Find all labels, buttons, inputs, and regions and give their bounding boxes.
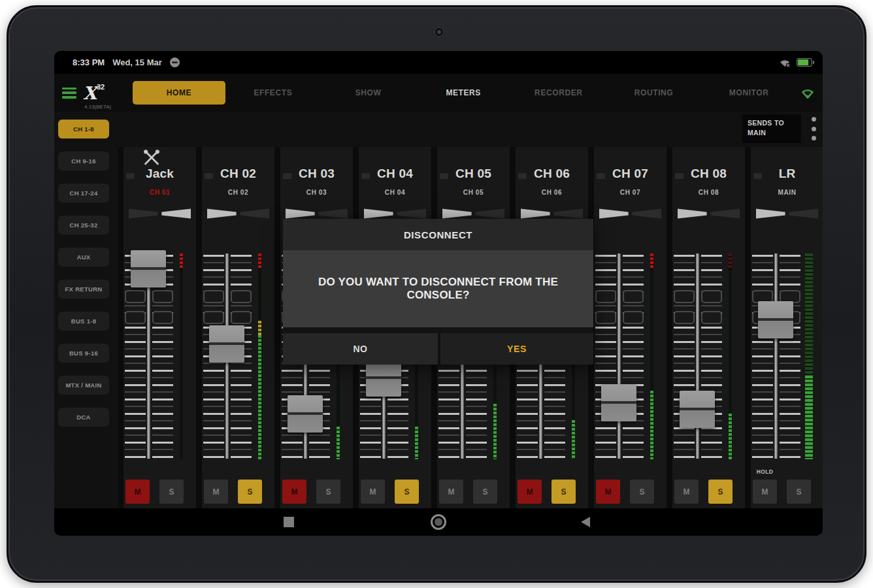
mute-button[interactable]: M <box>753 480 777 504</box>
unity-marker <box>701 290 722 303</box>
menu-icon[interactable] <box>62 88 76 99</box>
fader-knob[interactable] <box>601 384 636 421</box>
pan-indicator[interactable] <box>207 207 269 220</box>
fader-knob[interactable] <box>209 325 244 363</box>
unity-marker <box>674 311 695 324</box>
channel-name[interactable]: Jack <box>124 167 196 181</box>
pan-indicator[interactable] <box>442 207 504 220</box>
mute-button[interactable]: M <box>439 480 463 504</box>
sidebar-item-dca[interactable]: DCA <box>58 408 109 427</box>
pan-indicator[interactable] <box>756 207 818 220</box>
yes-button[interactable]: YES <box>440 333 593 365</box>
tab-show[interactable]: SHOW <box>321 88 416 97</box>
channel-name[interactable]: LR <box>751 167 823 181</box>
channel-name[interactable]: CH 02 <box>202 167 274 181</box>
mute-button[interactable]: M <box>518 480 542 504</box>
solo-button[interactable]: S <box>159 480 184 504</box>
mute-button[interactable]: M <box>361 480 385 504</box>
tab-meters[interactable]: METERS <box>416 88 511 97</box>
solo-button[interactable]: S <box>708 480 733 504</box>
unity-marker <box>152 290 173 303</box>
sidebar-item-ch-25-32[interactable]: CH 25-32 <box>58 216 109 235</box>
pan-indicator[interactable] <box>599 207 661 220</box>
channel-sublabel: CH 07 <box>594 189 667 196</box>
mute-button[interactable]: M <box>125 480 150 504</box>
tab-monitor[interactable]: MONITOR <box>701 88 797 97</box>
sidebar-item-ch-1-8[interactable]: CH 1-8 <box>58 120 109 139</box>
channel-name[interactable]: CH 03 <box>280 167 353 181</box>
unity-marker <box>203 311 224 324</box>
channel-strip: CH 08 CH 08 M S <box>672 147 745 508</box>
fader-scale-right <box>701 255 722 460</box>
clock-time: 8:33 PM <box>73 57 105 67</box>
fader <box>594 247 667 464</box>
mute-button[interactable]: M <box>282 480 306 504</box>
channel-name[interactable]: CH 05 <box>437 167 510 181</box>
fader-knob[interactable] <box>680 391 715 428</box>
sends-to-main-button[interactable]: SENDS TO MAIN <box>742 114 801 143</box>
pan-indicator[interactable] <box>678 207 740 220</box>
pan-indicator[interactable] <box>129 207 191 220</box>
sidebar-item-bus-1-8[interactable]: BUS 1-8 <box>58 312 109 331</box>
solo-button[interactable]: S <box>238 480 262 504</box>
hold-label: HOLD <box>753 468 777 475</box>
unity-marker <box>623 290 644 303</box>
no-button[interactable]: NO <box>283 333 438 365</box>
channel-name[interactable]: CH 06 <box>516 167 588 181</box>
channel-sublabel: CH 03 <box>280 189 353 196</box>
pan-indicator[interactable] <box>521 207 583 220</box>
sidebar-item-fx-return[interactable]: FX RETURN <box>58 280 109 299</box>
disconnect-dialog: DISCONNECT DO YOU WANT TO DISCONNECT FRO… <box>283 219 593 365</box>
home-button[interactable] <box>431 514 446 530</box>
channel-strip: CH 07 CH 07 M S <box>594 147 667 508</box>
fader-knob[interactable] <box>131 250 166 287</box>
unity-marker <box>231 311 252 324</box>
fader-knob[interactable] <box>288 395 323 433</box>
fader-scale-right <box>780 255 800 460</box>
fader-track[interactable] <box>774 253 778 459</box>
unity-marker <box>125 290 146 303</box>
fader <box>751 247 823 464</box>
channel-sublabel: CH 06 <box>516 189 588 196</box>
tab-home[interactable]: HOME <box>133 81 225 105</box>
sidebar-item-ch-9-16[interactable]: CH 9-16 <box>58 152 109 171</box>
mute-button[interactable]: M <box>204 480 228 504</box>
fader-track[interactable] <box>618 253 621 459</box>
back-button[interactable] <box>581 517 590 527</box>
fader-knob[interactable] <box>758 301 793 338</box>
mute-button[interactable]: M <box>596 480 620 504</box>
sidebar-item-bus-9-16[interactable]: BUS 9-16 <box>58 344 109 363</box>
pan-indicator[interactable] <box>286 207 348 220</box>
channel-strip: CH 02 CH 02 M S <box>202 147 274 508</box>
channel-name[interactable]: CH 04 <box>359 167 431 181</box>
fader <box>124 247 196 464</box>
kebab-menu-icon[interactable] <box>809 116 818 142</box>
fader-knob[interactable] <box>366 359 401 397</box>
sends-to-line2: MAIN <box>748 128 801 138</box>
sidebar-item-aux[interactable]: AUX <box>58 248 109 267</box>
solo-button[interactable]: S <box>787 480 811 504</box>
tab-routing[interactable]: ROUTING <box>606 88 702 97</box>
solo-button[interactable]: S <box>395 480 419 504</box>
fader <box>202 247 274 464</box>
solo-button[interactable]: S <box>316 480 340 504</box>
mute-button[interactable]: M <box>674 480 699 504</box>
channel-name[interactable]: CH 07 <box>594 167 667 181</box>
sidebar-item-mtx-main[interactable]: MTX / MAIN <box>58 376 109 395</box>
solo-button[interactable]: S <box>630 480 654 504</box>
level-meter <box>805 253 813 459</box>
sends-to-line1: SENDS TO <box>748 118 801 128</box>
channel-name[interactable]: CH 08 <box>672 167 745 181</box>
pan-indicator[interactable] <box>364 207 426 220</box>
sidebar-item-ch-17-24[interactable]: CH 17-24 <box>58 184 109 203</box>
tab-effects[interactable]: EFFECTS <box>225 88 321 97</box>
android-nav-bar <box>54 508 823 536</box>
solo-button[interactable]: S <box>552 480 576 504</box>
app-bar: X32 4.13(BETA) HOMEEFFECTSSHOWMETERSRECO… <box>54 74 823 112</box>
fader-scale-left <box>674 255 695 460</box>
tab-recorder[interactable]: RECORDER <box>511 88 606 97</box>
recents-button[interactable] <box>284 517 294 527</box>
unity-marker <box>623 311 644 324</box>
unity-marker <box>125 311 146 324</box>
solo-button[interactable]: S <box>473 480 497 504</box>
